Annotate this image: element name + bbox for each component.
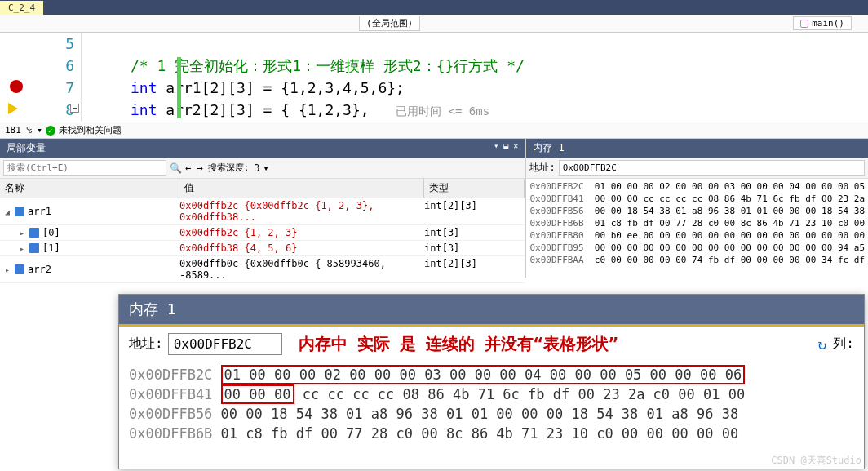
table-row[interactable]: ◢arr10x00dffb2c {0x00dffb2c {1, 2, 3}, 0… xyxy=(0,198,525,225)
comment-line: /* 1 完全初始化：形式1：一维摸样 形式2：{}行方式 */ xyxy=(131,55,868,77)
memory-hex[interactable]: 0x00DFFB2C 01 00 00 00 02 00 00 00 03 00… xyxy=(526,179,868,268)
memory-title: 内存 1 xyxy=(526,139,868,158)
gutter: 5 6 7 8 − xyxy=(0,33,82,122)
zoom-title: 内存 1 xyxy=(119,295,864,327)
watermark: CSDN @天喜Studio xyxy=(771,454,861,468)
memory-address-input[interactable] xyxy=(559,160,865,176)
code-editor[interactable]: 5 6 7 8 − /* 1 完全初始化：形式1：一维摸样 形式2：{}行方式 … xyxy=(0,33,868,122)
status-msg: 未找到相关问题 xyxy=(59,124,122,136)
memory-panel: 内存 1 地址: 0x00DFFB2C 01 00 00 00 02 00 00… xyxy=(526,139,868,278)
panel-controls[interactable]: ▾ ⬓ ✕ xyxy=(494,141,518,155)
file-tab[interactable]: C_2_4 xyxy=(0,1,43,15)
function-dropdown[interactable]: main() xyxy=(793,16,852,30)
col-label: 列: xyxy=(833,335,854,353)
func-icon xyxy=(800,20,808,28)
memory-zoom-panel: 内存 1 地址: 内存中 实际 是 连续的 并没有“表格形状” ↻ 列: 0x0… xyxy=(118,294,865,469)
zoom-memory-hex[interactable]: 0x00DFFB2C 01 00 00 00 02 00 00 00 03 00… xyxy=(119,362,864,447)
locals-title: 局部变量▾ ⬓ ✕ xyxy=(0,139,525,158)
callout-text: 内存中 实际 是 连续的 并没有“表格形状” xyxy=(299,333,618,355)
zoom-address-input[interactable] xyxy=(168,333,282,355)
change-bar xyxy=(177,57,181,118)
table-row[interactable]: ▸arr20x00dffb0c {0x00dffb0c {-858993460,… xyxy=(0,256,525,283)
col-name[interactable]: 名称 xyxy=(0,179,179,198)
addr-label: 地址: xyxy=(529,161,555,175)
search-input[interactable] xyxy=(3,160,166,176)
timing-hint: 已用时间 <= 6ms xyxy=(396,104,489,118)
scope-dropdown[interactable]: (全局范围) xyxy=(359,16,420,31)
col-type[interactable]: 类型 xyxy=(424,179,525,198)
breakpoint-icon[interactable] xyxy=(10,80,23,93)
code-area[interactable]: /* 1 完全初始化：形式1：一维摸样 形式2：{}行方式 */ int arr… xyxy=(82,33,868,122)
scope-bar: (全局范围) main() xyxy=(0,15,868,33)
table-row[interactable]: ▸[1]0x00dffb38 {4, 5, 6}int[3] xyxy=(0,241,525,256)
col-value[interactable]: 值 xyxy=(179,179,424,198)
refresh-icon[interactable]: ↻ xyxy=(818,335,827,353)
zoom-level[interactable]: 181 % xyxy=(5,125,32,136)
ok-icon: ✓ xyxy=(46,126,55,136)
current-line-arrow-icon xyxy=(8,103,18,114)
locals-panel: 局部变量▾ ⬓ ✕ 🔍← → 搜索深度: 3 ▾ 名称 值 类型 ◢arr10x… xyxy=(0,139,526,278)
status-bar: 181 % ▾ ✓ 未找到相关问题 xyxy=(0,122,868,139)
tab-strip: C_2_4 xyxy=(0,0,868,15)
depth-value[interactable]: 3 xyxy=(254,162,259,174)
fold-toggle[interactable]: − xyxy=(70,104,79,113)
table-row[interactable]: ▸[0]0x00dffb2c {1, 2, 3}int[3] xyxy=(0,225,525,241)
